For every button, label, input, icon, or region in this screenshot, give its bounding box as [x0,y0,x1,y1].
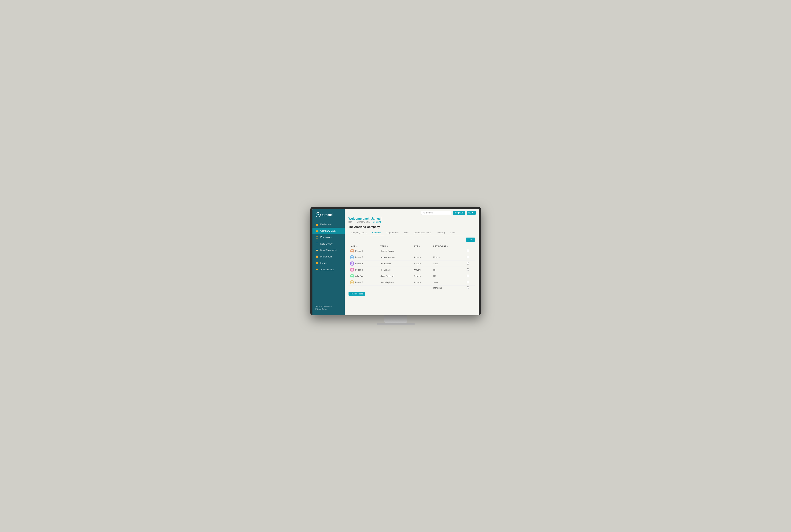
cell-department: Sales [432,279,465,286]
tab-sites[interactable]: Sites [401,230,411,235]
table-header-row: NAME ⇅ TITLE ⇅ SITE ⇅ DEPARTMENT ⇅ [349,244,475,248]
row-checkbox[interactable] [466,275,469,277]
row-checkbox[interactable] [466,262,469,265]
col-title[interactable]: TITLE ⇅ [379,244,412,248]
new-photoshoot-label: New Photoshoot [320,249,337,252]
cell-title: HR Manager [379,267,412,273]
person-name: John Doe [355,275,364,277]
breadcrumb-current: Contacts [373,221,381,223]
svg-rect-13 [316,262,318,264]
dashboard-label: Dashboard [320,223,332,226]
avatar [350,249,354,253]
person-name: Person 6 [355,281,363,283]
row-checkbox[interactable] [466,256,469,258]
cell-title: Sales Executive [379,273,412,279]
table-row[interactable]: Person 1 Head of Finance [349,248,475,254]
apple-logo-icon:  [384,315,407,322]
table-row[interactable]: Marketing [349,286,475,290]
events-label: Events [320,262,328,265]
smool-logo-icon [315,212,321,217]
cell-checkbox[interactable] [465,267,475,273]
svg-point-20 [351,250,353,251]
svg-point-18 [423,212,424,213]
sidebar-item-anniversaries[interactable]: Anniversaries [312,266,345,273]
briefcase-icon [315,229,318,232]
tab-contacts[interactable]: Contacts [370,230,384,235]
col-site[interactable]: SITE ⇅ [412,244,432,248]
person-name: Person 3 [355,263,363,265]
logout-button[interactable]: Log Out [453,211,465,215]
contacts-table: NAME ⇅ TITLE ⇅ SITE ⇅ DEPARTMENT ⇅ [349,244,475,290]
cell-title: Account Manager [379,254,412,261]
edit-button[interactable]: Edit [466,238,475,242]
row-checkbox[interactable] [466,281,469,283]
cell-checkbox[interactable] [465,248,475,254]
sidebar-item-new-photoshoot[interactable]: New Photoshoot [312,247,345,253]
sidebar-item-employees[interactable]: Employees [312,234,345,241]
cell-checkbox[interactable] [465,261,475,267]
camera-icon [315,249,318,252]
svg-rect-17 [317,270,317,270]
table-row[interactable]: Person 3 HR Assistant Antwerp Sales [349,261,475,267]
row-checkbox[interactable] [466,250,469,252]
company-data-label: Company Data [320,230,336,232]
welcome-text: Welcome back, James! [349,217,475,221]
row-checkbox[interactable] [466,268,469,271]
sidebar-item-dashboard[interactable]: Dashboard [312,221,345,228]
bell-icon [315,268,318,271]
privacy-link[interactable]: Privacy Policy [315,308,342,310]
cell-site: Antwerp [412,279,432,286]
col-name[interactable]: NAME ⇅ [349,244,379,248]
svg-point-24 [351,275,353,276]
cell-department: HR [432,273,465,279]
data-centre-label: Data Centre [320,243,333,245]
table-row[interactable]: John Doe Sales Executive Antwerp HR [349,273,475,279]
tab-departments[interactable]: Departments [384,230,401,235]
sidebar-item-photobooks[interactable]: Photobooks [312,253,345,260]
add-contact-button[interactable]: + Add Contact [349,292,365,296]
tab-users[interactable]: Users [447,230,458,235]
monitor-stand:  [384,315,407,323]
table-row[interactable]: Person 4 HR Manager Antwerp HR [349,267,475,273]
main-nav: Dashboard Company Data [312,221,345,273]
cell-title [379,286,412,290]
cell-checkbox[interactable] [465,286,475,290]
avatar [350,274,354,278]
table-row[interactable]: Person 2 Account Manager Antwerp Finance [349,254,475,261]
cell-checkbox[interactable] [465,279,475,286]
person-name: Person 1 [355,250,363,252]
search-box[interactable] [421,211,452,215]
cell-checkbox[interactable] [465,254,475,261]
col-checkbox [465,244,475,248]
sidebar-item-data-centre[interactable]: Data Centre [312,241,345,247]
table-row[interactable]: Person 6 Marketing Intern Antwerp Sales [349,279,475,286]
tab-commercial-terms[interactable]: Commercial Terms [411,230,434,235]
cell-checkbox[interactable] [465,273,475,279]
avatar [350,255,354,259]
sidebar-logo: smool [312,209,345,221]
cell-site: Antwerp [412,254,432,261]
tab-invoicing[interactable]: Invoicing [434,230,447,235]
col-department[interactable]: DEPARTMENT ⇅ [432,244,465,248]
language-button[interactable]: NL ▼ [466,211,476,215]
sidebar-item-company-data[interactable]: Company Data [312,228,345,234]
avatar [350,280,354,284]
svg-marker-2 [316,223,318,226]
terms-link[interactable]: Terms & Conditions [315,305,342,307]
company-name: The Amazing Company [349,225,475,228]
cell-site: Antwerp [412,261,432,267]
tab-company-details[interactable]: Company Details [349,230,370,235]
search-input[interactable] [426,212,449,214]
breadcrumb-home: Home [349,221,354,223]
row-checkbox[interactable] [466,286,469,289]
app-name: smool [322,213,333,217]
cell-site [412,248,432,254]
monitor-base [376,323,415,325]
svg-point-22 [351,262,353,264]
svg-rect-4 [317,230,317,231]
contacts-table-container: NAME ⇅ TITLE ⇅ SITE ⇅ DEPARTMENT ⇅ [349,244,475,290]
sidebar-item-events[interactable]: Events [312,260,345,266]
svg-point-23 [351,268,353,270]
top-bar: Log Out NL ▼ [345,209,479,216]
sidebar: smool Dashboard [312,209,345,315]
